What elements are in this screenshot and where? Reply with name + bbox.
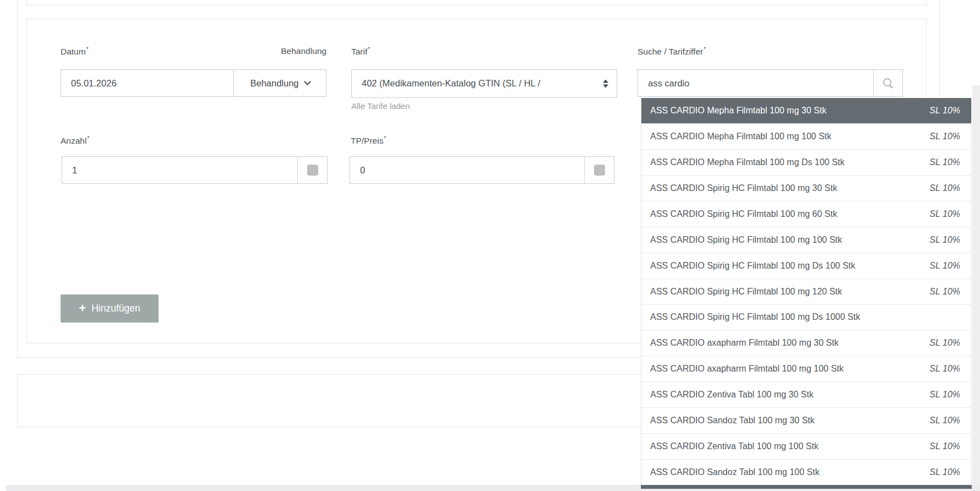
suche-tarifziffer-label: Suche / Tarifziffer* — [638, 46, 706, 57]
page: Datum* Behandlung Tarif* Suche / Tarifzi… — [0, 0, 980, 491]
result-badge: SL 10% — [929, 209, 960, 219]
anzahl-input[interactable] — [62, 157, 297, 183]
datum-label: Datum* — [61, 46, 89, 57]
result-label: ASS CARDIO Spirig HC Filmtabl 100 mg 100… — [650, 235, 842, 245]
datum-input-group: Behandlung — [61, 69, 326, 97]
search-input[interactable] — [638, 70, 873, 96]
tp-preis-label: TP/Preis* — [351, 135, 386, 146]
hinzufuegen-button-label: Hinzufügen — [91, 303, 140, 314]
dropdown-scrollbar[interactable] — [641, 485, 972, 489]
list-item[interactable]: ASS CARDIO Mepha Filmtabl 100 mg 30 Stk … — [641, 98, 971, 123]
anzahl-input-group — [62, 156, 328, 184]
result-label: ASS CARDIO Mepha Filmtabl 100 mg 100 Stk — [650, 132, 831, 141]
drag-handle-icon — [594, 165, 605, 176]
datum-input[interactable] — [61, 70, 233, 96]
result-badge: SL 10% — [929, 235, 960, 245]
result-label: ASS CARDIO axapharm Filmtabl 100 mg 30 S… — [650, 338, 839, 348]
result-label: ASS CARDIO Spirig HC Filmtabl 100 mg 120… — [650, 287, 842, 297]
list-item[interactable]: ASS CARDIO Mepha Filmtabl 100 mg Ds 100 … — [641, 149, 971, 175]
result-label: ASS CARDIO Mepha Filmtabl 100 mg Ds 100 … — [650, 157, 845, 167]
behandlung-label: Behandlung — [233, 46, 326, 56]
result-badge: SL 10% — [929, 287, 960, 297]
chevron-down-icon — [304, 78, 311, 85]
select-arrows-icon — [603, 80, 608, 88]
drag-handle-icon — [307, 165, 318, 176]
search-icon — [883, 78, 893, 88]
result-badge: SL 10% — [929, 416, 960, 425]
list-item[interactable]: ASS CARDIO Spirig HC Filmtabl 100 mg 30 … — [641, 175, 971, 201]
required-mark: * — [704, 46, 706, 52]
result-badge: SL 10% — [929, 441, 960, 451]
list-item[interactable]: ASS CARDIO Zentiva Tabl 100 mg 30 Stk SL… — [641, 381, 971, 407]
list-item[interactable]: ASS CARDIO Sandoz Tabl 100 mg 100 Stk SL… — [641, 459, 971, 485]
anzahl-label: Anzahl* — [61, 135, 89, 146]
result-label: ASS CARDIO axapharm Filmtabl 100 mg 100 … — [650, 364, 843, 374]
tp-preis-stepper-handle[interactable] — [584, 157, 614, 183]
result-label: ASS CARDIO Sandoz Tabl 100 mg 100 Stk — [650, 467, 819, 477]
list-item[interactable]: ASS CARDIO axapharm Filmtabl 100 mg 30 S… — [641, 330, 971, 356]
list-item[interactable]: ASS CARDIO axapharm Filmtabl 100 mg 100 … — [641, 356, 971, 381]
required-mark: * — [368, 46, 370, 52]
plus-icon: + — [79, 302, 86, 314]
search-button[interactable] — [873, 70, 902, 96]
tarif-label: Tarif* — [351, 46, 370, 57]
result-label: ASS CARDIO Sandoz Tabl 100 mg 30 Stk — [650, 416, 815, 425]
page-vertical-scrollbar-track[interactable] — [972, 85, 980, 491]
behandlung-dropdown-button[interactable]: Behandlung — [233, 69, 326, 97]
result-badge: SL 10% — [929, 183, 960, 193]
required-mark: * — [86, 46, 89, 52]
required-mark: * — [87, 135, 89, 141]
tp-preis-input[interactable] — [350, 157, 584, 183]
result-badge: SL 10% — [929, 467, 960, 477]
result-badge: SL 10% — [929, 132, 960, 141]
tarif-select[interactable]: 402 (Medikamenten-Katalog GTIN (SL / HL … — [351, 69, 617, 98]
list-item[interactable]: ASS CARDIO Spirig HC Filmtabl 100 mg 120… — [641, 279, 971, 304]
list-item[interactable]: ASS CARDIO Sandoz Tabl 100 mg 30 Stk SL … — [641, 407, 971, 433]
list-item[interactable]: ASS CARDIO Spirig HC Filmtabl 100 mg 60 … — [641, 201, 971, 227]
tp-preis-input-group — [350, 156, 614, 184]
tarif-selected-option: 402 (Medikamenten-Katalog GTIN (SL / HL … — [362, 70, 592, 96]
anzahl-stepper-handle[interactable] — [297, 157, 327, 183]
list-item[interactable]: ASS CARDIO Spirig HC Filmtabl 100 mg Ds … — [641, 253, 971, 279]
result-badge: SL 10% — [929, 261, 960, 271]
previous-card-edge — [26, 0, 927, 6]
list-item[interactable]: ASS CARDIO Spirig HC Filmtabl 100 mg 100… — [641, 227, 971, 253]
result-badge: SL 10% — [929, 157, 960, 167]
search-results-dropdown: ASS CARDIO Mepha Filmtabl 100 mg 30 Stk … — [641, 98, 972, 485]
hinzufuegen-button[interactable]: + Hinzufügen — [61, 294, 159, 323]
result-badge: SL 10% — [929, 106, 960, 116]
result-label: ASS CARDIO Spirig HC Filmtabl 100 mg Ds … — [650, 312, 860, 322]
required-mark: * — [384, 135, 386, 141]
result-label: ASS CARDIO Spirig HC Filmtabl 100 mg 60 … — [650, 209, 837, 219]
result-label: ASS CARDIO Zentiva Tabl 100 mg 100 Stk — [650, 441, 819, 451]
search-input-group — [638, 69, 903, 97]
list-item[interactable]: ASS CARDIO Spirig HC Filmtabl 100 mg Ds … — [641, 304, 971, 330]
result-badge: SL 10% — [929, 338, 960, 348]
list-item[interactable]: ASS CARDIO Zentiva Tabl 100 mg 100 Stk S… — [641, 433, 971, 459]
result-badge: SL 10% — [929, 390, 960, 400]
result-label: ASS CARDIO Spirig HC Filmtabl 100 mg 30 … — [650, 183, 837, 193]
behandlung-button-label: Behandlung — [250, 78, 298, 89]
result-label: ASS CARDIO Mepha Filmtabl 100 mg 30 Stk — [650, 106, 826, 116]
result-label: ASS CARDIO Zentiva Tabl 100 mg 30 Stk — [650, 390, 814, 400]
list-item[interactable]: ASS CARDIO Mepha Filmtabl 100 mg 100 Stk… — [641, 123, 971, 149]
result-badge: SL 10% — [929, 364, 960, 374]
alle-tarife-laden-link[interactable]: Alle Tarife laden — [351, 101, 410, 111]
result-label: ASS CARDIO Spirig HC Filmtabl 100 mg Ds … — [650, 261, 856, 271]
